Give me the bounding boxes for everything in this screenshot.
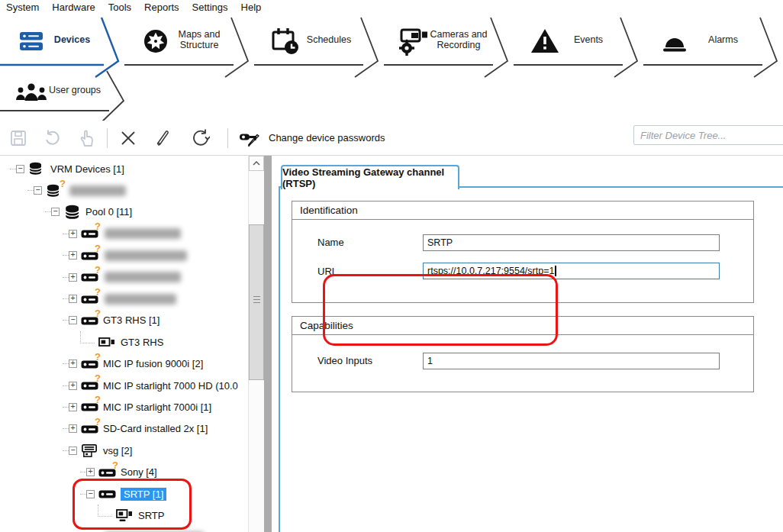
tree-item-vrm-devices-1-[interactable]: −VRM Devices [1] (0, 158, 248, 179)
video-inputs-field[interactable]: 1 (423, 353, 720, 369)
change-passwords-button[interactable] (238, 127, 263, 150)
ribbon-tab-events[interactable]: Events (514, 15, 643, 77)
ribbon-tab-label: User groups (46, 85, 104, 95)
tree-expander-plus[interactable]: + (69, 295, 77, 303)
tree-connector (63, 255, 69, 256)
tree-expander-plus[interactable]: + (69, 273, 77, 282)
ribbon-tab-cameras-and-recording[interactable]: Cameras and Recording (384, 15, 514, 77)
tree-connector (63, 277, 69, 278)
menu-system[interactable]: System (6, 2, 39, 13)
tree-expander-plus[interactable]: + (86, 468, 95, 476)
tree-item-srtp[interactable]: SRTP (0, 505, 248, 526)
tree-item-redacted[interactable]: +? (0, 245, 248, 266)
tree-expander-plus[interactable]: + (69, 230, 77, 238)
unauthenticated-question-icon: ? (95, 416, 101, 427)
refresh-button[interactable] (188, 127, 212, 150)
tree-expander-plus[interactable]: + (69, 360, 77, 368)
edit-button[interactable] (151, 127, 176, 150)
save-button[interactable] (6, 127, 31, 150)
ribbon-tab-devices[interactable]: Devices (0, 15, 124, 77)
ribbon-tab-maps-and-structure[interactable]: Maps and Structure (124, 15, 254, 77)
tree-expander-plus[interactable]: + (69, 424, 77, 433)
tree-expander-minus[interactable]: − (51, 208, 60, 216)
ribbon-tab-user-groups[interactable]: User groups (0, 69, 130, 123)
scrollbar-grip (253, 302, 260, 303)
scrollbar-up-button[interactable] (249, 156, 264, 171)
unauthenticated-question-icon: ? (95, 372, 101, 384)
menu-tools[interactable]: Tools (108, 2, 131, 13)
camera-icon (98, 335, 116, 349)
unauthenticated-question-icon: ? (95, 394, 101, 405)
tree-item-mic-ip-starlight-7000i-1-[interactable]: +?MIC IP starlight 7000i [1] (0, 396, 248, 418)
delete-button[interactable] (116, 127, 140, 150)
tree-expander-minus[interactable]: − (69, 316, 77, 324)
tree-item-vsg-2-[interactable]: −vsg [2] (0, 440, 248, 461)
unauthenticated-question-icon: ? (60, 178, 66, 189)
redacted-label (105, 272, 181, 282)
toolbar-separator (227, 128, 228, 148)
delete-x-icon (120, 130, 137, 147)
menu-help[interactable]: Help (241, 2, 262, 13)
tree-item-srtp-1-[interactable]: −SRTP [1] (0, 483, 248, 505)
filter-device-tree-input[interactable] (633, 125, 783, 145)
tree-expander-minus[interactable]: − (34, 186, 42, 195)
tree-connector (45, 211, 51, 212)
tree-item-mic-ip-fusion-9000i-2-[interactable]: +?MIC IP fusion 9000i [2] (0, 353, 248, 375)
tree-item-label: GT3 RHS [1] (103, 314, 160, 326)
tree-item-redacted[interactable]: +iSCSI (0, 527, 248, 532)
ribbon-tab-alarms[interactable]: Alarms (643, 15, 783, 77)
tree-expander-plus[interactable]: + (69, 382, 77, 390)
tree-item-gt3-rhs-1-[interactable]: −?GT3 RHS [1] (0, 310, 248, 331)
tree-item-gt3-rhs[interactable]: GT3 RHS (0, 331, 248, 353)
tab-page-left-border (279, 186, 280, 532)
menu-hardware[interactable]: Hardware (52, 2, 95, 13)
camera-monitor-icon (116, 508, 134, 522)
unauthenticated-question-icon: ? (112, 459, 118, 471)
tree-expander-plus[interactable]: + (69, 403, 77, 411)
device-tree-panel: −VRM Devices [1]−?−Pool 0 [11]+?+?+?+?−?… (0, 156, 248, 532)
unauthenticated-question-icon: ? (95, 264, 101, 276)
activate-button[interactable] (75, 127, 99, 150)
ribbon-tab-schedules[interactable]: Schedules (254, 15, 384, 77)
tree-connector (63, 428, 69, 429)
undo-icon (43, 129, 61, 147)
tree-item-sony-4-[interactable]: +?Sony [4] (0, 461, 248, 482)
maps-structure-icon (138, 24, 173, 59)
tree-item-pool-0-11-[interactable]: −Pool 0 [11] (0, 202, 248, 223)
undo-button[interactable] (40, 127, 64, 150)
properties-panel: Video Streaming Gateway channel (RTSP) I… (272, 156, 783, 532)
encoder-icon: ? (81, 314, 98, 327)
tree-item-redacted[interactable]: −? (0, 179, 248, 201)
menu-reports[interactable]: Reports (144, 2, 179, 13)
tree-expander-minus[interactable]: − (86, 490, 95, 498)
name-field[interactable]: SRTP (423, 234, 720, 251)
tree-scrollbar[interactable] (248, 156, 264, 532)
device-tree: −VRM Devices [1]−?−Pool 0 [11]+?+?+?+?−?… (0, 158, 248, 532)
tree-item-sd-card-installed-2x-1-[interactable]: +?SD-Card installed 2x [1] (0, 418, 248, 440)
tree-expander-plus[interactable]: + (69, 251, 77, 260)
scrollbar-thumb[interactable] (249, 224, 264, 380)
tree-expander-minus[interactable]: − (69, 447, 77, 455)
tree-item-mic-ip-starlight-7000-hd-10-0[interactable]: +?MIC IP starlight 7000 HD (10.0 (0, 375, 248, 396)
url-label: URL (317, 266, 337, 277)
tab-vsg-channel-rtsp[interactable]: Video Streaming Gateway channel (RTSP) (281, 165, 459, 189)
unauthenticated-question-icon: ? (95, 243, 101, 254)
tree-item-redacted[interactable]: +? (0, 266, 248, 288)
tree-item-label: MIC IP fusion 9000i [2] (103, 358, 203, 369)
tree-item-label: MIC IP starlight 7000i [1] (103, 401, 211, 413)
redacted-label (105, 294, 176, 305)
panel-splitter[interactable] (264, 156, 272, 532)
toolbar: Change device passwords (0, 121, 783, 156)
tree-connector (63, 320, 69, 321)
url-field[interactable]: rtsps://10.0.7.217:9554/srtp=1 (423, 263, 720, 279)
tree-item-label: SD-Card installed 2x [1] (103, 423, 208, 434)
tree-expander-minus[interactable]: − (16, 165, 24, 173)
menu-settings[interactable]: Settings (192, 2, 228, 13)
alarms-icon (657, 24, 692, 59)
name-label: Name (317, 237, 344, 248)
toolbar-separator (107, 128, 108, 148)
bvms-configuration-client-window: System Hardware Tools Reports Settings H… (0, 0, 783, 532)
tree-connector (63, 385, 69, 386)
tree-item-redacted[interactable]: +? (0, 223, 248, 244)
tree-item-redacted[interactable]: +? (0, 288, 248, 309)
